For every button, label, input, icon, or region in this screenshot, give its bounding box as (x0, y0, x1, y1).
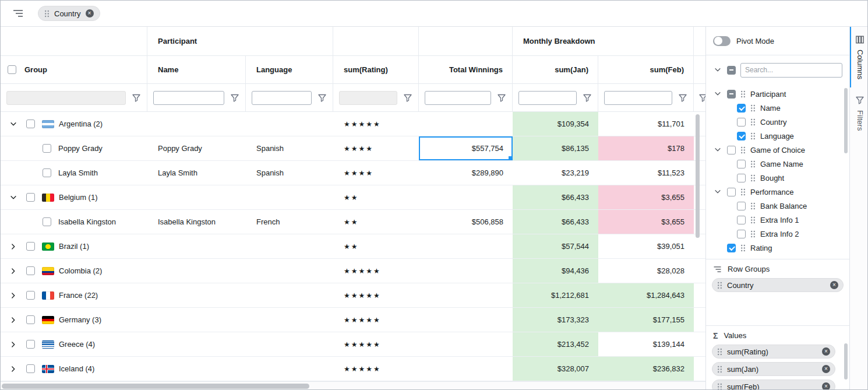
row-checkbox[interactable] (43, 168, 51, 177)
group-cell[interactable]: Colombia (2) (1, 259, 147, 283)
column-checkbox[interactable] (737, 160, 746, 168)
column-item-country[interactable]: Country (706, 115, 849, 129)
column-checkbox[interactable] (737, 202, 746, 210)
rating-stars-cell[interactable]: ★★★★★ (333, 332, 419, 356)
vertical-scrollbar-thumb[interactable] (696, 114, 700, 238)
group-cell[interactable]: Brazil (1) (1, 234, 147, 258)
drag-grip-icon[interactable] (750, 174, 756, 182)
name-cell[interactable] (147, 357, 246, 381)
header-group[interactable]: Group (1, 56, 147, 83)
tab-columns[interactable]: Columns (850, 27, 868, 87)
group-cell[interactable]: Greece (4) (1, 332, 147, 356)
filter-icon[interactable] (698, 93, 705, 103)
collapse-all-icon[interactable] (713, 65, 722, 75)
table-row[interactable]: Germany (3)★★★★★$173,323$177,155 (1, 308, 705, 332)
column-item-rating[interactable]: Rating (706, 241, 849, 255)
feb-filter-input[interactable] (604, 91, 672, 105)
name-cell[interactable]: Isabella Kingston (147, 210, 246, 234)
language-cell[interactable]: Spanish (246, 161, 333, 185)
drag-grip-icon[interactable] (740, 146, 746, 154)
group-cell[interactable]: Iceland (4) (1, 357, 147, 381)
name-cell[interactable] (147, 308, 246, 332)
chevron-right-icon[interactable] (9, 364, 18, 374)
sum-feb-cell[interactable]: $139,144 (598, 332, 694, 356)
table-row[interactable]: Argentina (2)★★★★★$109,354$11,701 (1, 112, 705, 136)
total-winnings-cell[interactable] (419, 308, 513, 332)
sum-jan-cell[interactable]: $86,135 (513, 136, 598, 160)
rating-stars-cell[interactable]: ★★★★★ (333, 112, 419, 136)
row-checkbox[interactable] (43, 217, 51, 226)
column-checkbox[interactable] (727, 90, 736, 99)
filter-icon[interactable] (497, 93, 506, 103)
row-checkbox[interactable] (26, 266, 35, 275)
language-cell[interactable]: Spanish (246, 136, 333, 160)
drag-grip-icon[interactable] (740, 188, 746, 196)
sum-feb-cell[interactable]: $11,523 (598, 161, 694, 185)
column-checkbox[interactable] (727, 146, 736, 154)
language-cell[interactable] (246, 112, 333, 136)
tab-filters[interactable]: Filters (850, 87, 868, 139)
filter-icon[interactable] (230, 93, 239, 103)
column-item-extra-info-2[interactable]: Extra Info 2 (706, 227, 849, 241)
total-winnings-cell[interactable] (419, 332, 513, 356)
group-cell[interactable]: Argentina (2) (1, 112, 147, 136)
row-group-chip-country[interactable]: Country × (38, 6, 100, 21)
group-filter-input[interactable] (6, 91, 126, 105)
chevron-right-icon[interactable] (9, 291, 18, 300)
column-checkbox[interactable] (727, 188, 736, 196)
group-cell[interactable]: France (22) (1, 283, 147, 307)
column-search-input[interactable] (740, 63, 842, 78)
rating-stars-cell[interactable]: ★★ (333, 210, 419, 234)
language-cell[interactable] (246, 308, 333, 332)
column-item-participant[interactable]: Participant (706, 87, 849, 101)
drag-grip-icon[interactable] (750, 160, 756, 168)
table-row[interactable]: Belgium (1)★★$66,433$3,655 (1, 185, 705, 210)
chevron-right-icon[interactable] (9, 340, 18, 349)
total-winnings-cell[interactable] (419, 283, 513, 307)
rating-stars-cell[interactable]: ★★★★★ (333, 259, 419, 283)
total-winnings-cell[interactable] (419, 259, 513, 283)
panel-scrollbar-thumb[interactable] (844, 343, 848, 380)
total-winnings-cell[interactable]: $506,858 (419, 210, 513, 234)
name-cell[interactable] (147, 185, 246, 209)
group-cell[interactable]: Poppy Grady (1, 136, 147, 160)
sum-feb-cell[interactable]: $11,701 (598, 112, 694, 136)
sum-jan-cell[interactable]: $328,007 (513, 357, 598, 381)
drag-grip-icon[interactable] (717, 366, 722, 373)
panel-scrollbar-thumb[interactable] (844, 88, 848, 153)
value-chip[interactable]: sum(Jan)× (712, 362, 835, 376)
row-checkbox[interactable] (43, 144, 51, 153)
row-checkbox[interactable] (26, 193, 35, 202)
row-checkbox[interactable] (26, 120, 35, 128)
select-all-checkbox[interactable] (8, 65, 16, 74)
name-filter-input[interactable] (153, 91, 224, 105)
chevron-down-icon[interactable] (713, 145, 722, 154)
rating-stars-cell[interactable]: ★★★★ (333, 136, 419, 160)
column-item-language[interactable]: Language (706, 129, 849, 143)
remove-icon[interactable]: × (86, 9, 94, 17)
group-cell[interactable]: Layla Smith (1, 161, 147, 185)
drag-grip-icon[interactable] (740, 90, 746, 98)
sum-feb-cell[interactable]: $178 (598, 136, 694, 160)
horizontal-scrollbar-thumb[interactable] (2, 384, 309, 389)
chevron-right-icon[interactable] (9, 266, 18, 276)
sum-jan-cell[interactable]: $66,433 (513, 185, 598, 209)
column-checkbox[interactable] (737, 118, 746, 127)
remove-icon[interactable]: × (822, 382, 830, 390)
rating-stars-cell[interactable]: ★★★★★ (333, 357, 419, 381)
sum-feb-cell[interactable]: $3,655 (598, 185, 694, 209)
column-item-game-name[interactable]: Game Name (706, 157, 849, 171)
filter-icon[interactable] (583, 93, 592, 103)
drag-grip-icon[interactable] (750, 132, 756, 140)
column-item-bought[interactable]: Bought (706, 171, 849, 185)
language-cell[interactable] (246, 185, 333, 209)
language-cell[interactable] (246, 234, 333, 258)
sum-jan-cell[interactable]: $109,354 (513, 112, 598, 136)
header-sum-feb[interactable]: sum(Feb) (598, 56, 694, 83)
rating-stars-cell[interactable]: ★★ (333, 185, 419, 209)
table-row[interactable]: Colombia (2)★★★★★$94,436$28,028 (1, 259, 705, 283)
column-checkbox[interactable] (737, 216, 746, 224)
total-winnings-cell[interactable]: $289,890 (419, 161, 513, 185)
sum-jan-cell[interactable]: $66,433 (513, 210, 598, 234)
drag-grip-icon[interactable] (717, 348, 722, 356)
